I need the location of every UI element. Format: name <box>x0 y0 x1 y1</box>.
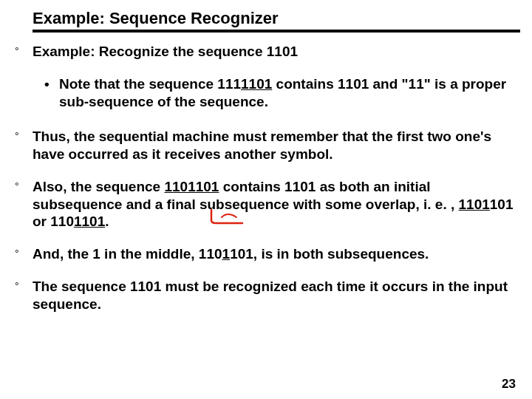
bullet-marker: ° <box>15 278 33 294</box>
sub-bullet-marker: • <box>44 75 59 93</box>
sub-bullet-1: • Note that the sequence 1111101 contain… <box>44 75 517 111</box>
page-number: 23 <box>502 377 516 392</box>
text-span: Also, the sequence <box>33 179 164 194</box>
bullet-5: ° The sequence 1101 must be recognized e… <box>15 278 517 313</box>
underline-span: 1 <box>222 246 231 262</box>
bullet-marker: ° <box>15 43 33 59</box>
bullet-text: Also, the sequence 1101101 contains 1101… <box>33 178 517 231</box>
text-span: And, the 1 in the middle, 110 <box>33 246 222 262</box>
bullet-1: ° Example: Recognize the sequence 1101 <box>15 43 517 61</box>
bullet-text: Thus, the sequential machine must rememb… <box>33 128 517 163</box>
text-span: 101, is in both subsequences. <box>230 246 429 262</box>
underline-span: 1101101 <box>164 179 219 194</box>
slide-title: Example: Sequence Recognizer <box>33 9 517 28</box>
bullet-text: And, the 1 in the middle, 1101101, is in… <box>33 245 517 263</box>
bullet-2: ° Thus, the sequential machine must reme… <box>15 128 517 163</box>
title-underline <box>33 30 520 33</box>
underline-span: 1101 <box>459 197 490 212</box>
text-span: Note that the sequence 111 <box>59 76 241 92</box>
bullet-4: ° And, the 1 in the middle, 1101101, is … <box>15 245 517 263</box>
bullet-3: ° Also, the sequence 1101101 contains 11… <box>15 178 517 231</box>
text-span: . <box>105 214 109 229</box>
bullet-text: Example: Recognize the sequence 1101 <box>33 43 517 61</box>
bullet-marker: ° <box>15 128 33 144</box>
underline-span: 1101 <box>241 76 272 92</box>
bullet-text: The sequence 1101 must be recognized eac… <box>33 278 517 313</box>
underline-span: 1101 <box>74 214 105 229</box>
sub-bullet-text: Note that the sequence 1111101 contains … <box>59 75 517 111</box>
bullet-marker: ° <box>15 178 33 194</box>
bullet-marker: ° <box>15 245 33 262</box>
